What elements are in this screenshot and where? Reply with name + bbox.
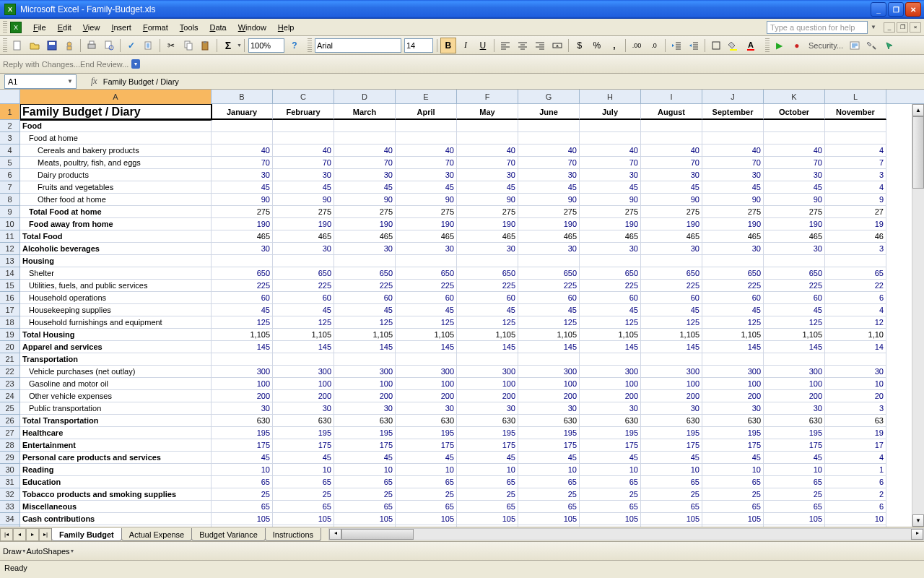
cell[interactable]: 650 [641, 267, 702, 280]
horizontal-scrollbar[interactable]: ◂ ▸ [328, 528, 924, 540]
menu-insert[interactable]: Insert [105, 21, 137, 34]
cell[interactable]: 30 [702, 243, 764, 255]
cell[interactable]: 300 [334, 366, 396, 378]
cell[interactable]: 10 [273, 464, 334, 476]
cell[interactable]: 40 [518, 144, 580, 157]
scroll-left-button[interactable]: ◂ [329, 529, 341, 540]
cell[interactable]: 1,105 [457, 329, 518, 341]
toolbox-button[interactable] [864, 38, 880, 53]
cell[interactable]: 60 [702, 292, 764, 304]
cell[interactable] [518, 132, 580, 144]
cell[interactable]: 125 [518, 316, 580, 329]
cell[interactable]: 65 [702, 501, 764, 513]
cell[interactable] [641, 255, 702, 267]
cell[interactable]: 105 [641, 513, 702, 525]
cell[interactable]: 145 [212, 341, 273, 353]
cell[interactable]: 70 [580, 157, 641, 169]
cell[interactable]: May [457, 104, 518, 120]
cell[interactable]: 40 [580, 144, 641, 157]
bold-button[interactable]: B [440, 38, 456, 53]
cell[interactable] [212, 525, 273, 527]
font-combo[interactable] [315, 38, 401, 53]
cell[interactable]: Cereals and bakery products [20, 144, 212, 157]
cell[interactable] [273, 255, 334, 267]
cell[interactable]: 65 [457, 501, 518, 513]
cell[interactable]: 45 [334, 452, 396, 464]
cell[interactable]: 3 [825, 243, 886, 255]
copy-button[interactable] [180, 38, 196, 53]
cell[interactable]: 30 [764, 169, 825, 181]
cell[interactable]: 125 [764, 316, 825, 329]
maximize-button[interactable]: ❐ [888, 2, 904, 17]
row-header-6[interactable]: 6 [0, 169, 19, 181]
cell[interactable]: 25 [396, 488, 457, 501]
cell[interactable] [457, 120, 518, 132]
cell[interactable]: Household operations [20, 292, 212, 304]
cell[interactable]: 190 [334, 218, 396, 230]
fx-icon[interactable]: fx [91, 76, 97, 87]
cell[interactable]: 1,105 [641, 329, 702, 341]
cell[interactable]: 45 [641, 304, 702, 316]
cell[interactable]: 30 [273, 169, 334, 181]
cell[interactable]: 465 [580, 230, 641, 243]
cell[interactable]: 275 [702, 206, 764, 218]
cell[interactable]: 275 [580, 206, 641, 218]
cell[interactable]: Other food at home [20, 194, 212, 206]
cell[interactable] [641, 120, 702, 132]
cell[interactable]: 60 [396, 292, 457, 304]
cell[interactable]: Total Transportation [20, 415, 212, 427]
cell[interactable]: 40 [334, 144, 396, 157]
cell[interactable]: 300 [580, 366, 641, 378]
cell[interactable]: 190 [457, 218, 518, 230]
cell[interactable]: 225 [273, 280, 334, 292]
cell[interactable] [702, 132, 764, 144]
cell[interactable]: 200 [518, 390, 580, 402]
close-button[interactable]: ✕ [905, 2, 921, 17]
cell[interactable]: 30 [702, 169, 764, 181]
cell[interactable]: Utilities, fuels, and public services [20, 280, 212, 292]
row-header-28[interactable]: 28 [0, 439, 19, 452]
row-header-24[interactable]: 24 [0, 390, 19, 402]
merge-center-button[interactable]: a [549, 38, 565, 53]
cell[interactable]: 100 [580, 378, 641, 390]
dropdown-icon[interactable]: ▼ [868, 24, 879, 30]
cell[interactable] [702, 525, 764, 527]
font-color-button[interactable]: A [743, 38, 759, 53]
increase-decimal-button[interactable]: .00 [629, 38, 645, 53]
cell[interactable]: 10 [334, 464, 396, 476]
cell[interactable]: 45 [334, 304, 396, 316]
cell[interactable]: 1 [825, 464, 886, 476]
cell[interactable]: 630 [580, 415, 641, 427]
cell[interactable]: Food [20, 120, 212, 132]
cell[interactable]: 30 [396, 402, 457, 415]
cell[interactable]: 10 [764, 464, 825, 476]
row-header-13[interactable]: 13 [0, 255, 19, 267]
cell[interactable]: 175 [273, 439, 334, 452]
cell[interactable]: 25 [764, 488, 825, 501]
cell[interactable]: 145 [641, 341, 702, 353]
cell[interactable] [702, 120, 764, 132]
cell[interactable]: 275 [212, 206, 273, 218]
cell[interactable]: 175 [580, 439, 641, 452]
cell[interactable] [273, 353, 334, 366]
col-header-F[interactable]: F [457, 90, 518, 104]
cell[interactable]: 60 [518, 292, 580, 304]
cell[interactable]: 30 [641, 243, 702, 255]
dropdown-icon[interactable]: ▼ [67, 78, 73, 85]
cell[interactable]: 65 [580, 501, 641, 513]
vertical-scrollbar[interactable]: ▲ ▼ [912, 104, 924, 527]
cell[interactable]: 17 [825, 439, 886, 452]
cell[interactable]: 45 [334, 181, 396, 194]
cell[interactable]: 200 [580, 390, 641, 402]
cell[interactable]: 30 [580, 169, 641, 181]
row-header-32[interactable]: 32 [0, 488, 19, 501]
cell[interactable]: 125 [702, 316, 764, 329]
col-header-H[interactable]: H [580, 90, 641, 104]
cell[interactable]: 200 [702, 390, 764, 402]
cell[interactable]: 190 [764, 218, 825, 230]
cell[interactable]: 40 [641, 144, 702, 157]
cell[interactable] [457, 525, 518, 527]
menu-help[interactable]: Help [272, 21, 300, 34]
decrease-decimal-button[interactable]: .0 [646, 38, 662, 53]
cell[interactable]: 10 [641, 464, 702, 476]
